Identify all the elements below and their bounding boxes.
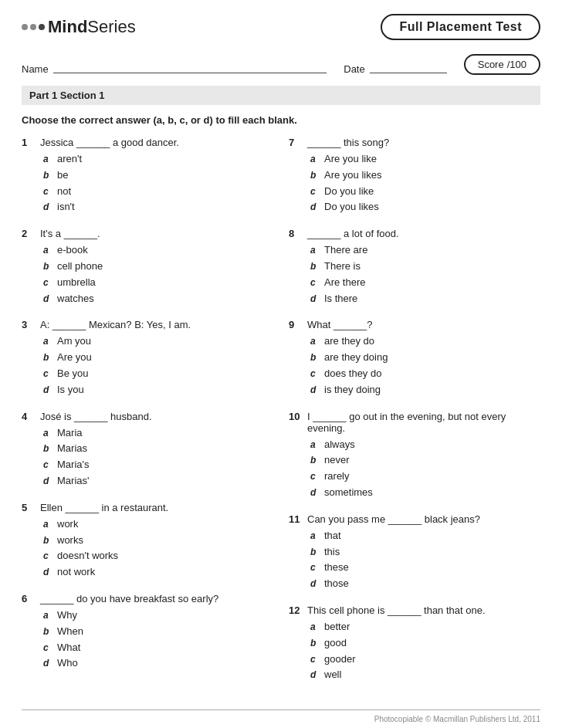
score-box: Score /100: [464, 54, 540, 75]
question-text-3: A: ______ Mexican? B: Yes, I am.: [40, 319, 191, 330]
option-7-a: aAre you like: [310, 151, 540, 168]
option-text: e-book: [57, 242, 88, 259]
option-11-c: cthese: [310, 560, 540, 576]
question-stem-1: 1Jessica ______ a good dancer.: [22, 137, 273, 148]
option-1-c: cnot: [43, 184, 273, 200]
question-text-11: Can you pass me ______ black jeans?: [307, 513, 480, 525]
options-10: aalwaysbnevercrarelydsometimes: [289, 437, 540, 501]
option-2-d: dwatches: [43, 291, 273, 307]
question-block-8: 8______ a lot of food.aThere arebThere i…: [289, 228, 540, 306]
option-4-a: aMaria: [43, 425, 273, 442]
option-8-b: bThere is: [310, 259, 540, 275]
option-9-d: dis they doing: [310, 382, 540, 398]
question-block-9: 9What ______?aare they dobare they doing…: [289, 319, 540, 398]
option-text: good: [324, 635, 347, 652]
logo-series-text: Series: [87, 17, 135, 37]
option-text: well: [324, 667, 341, 683]
question-stem-2: 2It's a ______.: [22, 228, 273, 239]
option-10-b: bnever: [310, 452, 540, 469]
options-3: aAm youbAre youcBe youdIs you: [22, 334, 273, 398]
question-number-6: 6: [22, 593, 34, 604]
options-1: aaren'tbbecnotdisn't: [22, 151, 273, 215]
option-text: Marias': [57, 473, 90, 489]
option-letter: c: [43, 185, 52, 199]
option-text: are they do: [324, 334, 374, 350]
option-5-a: awork: [43, 516, 273, 533]
question-number-3: 3: [22, 319, 34, 330]
option-text: doesn't works: [57, 548, 118, 564]
option-7-d: dDo you likes: [310, 199, 540, 215]
option-6-a: aWhy: [43, 608, 273, 624]
option-letter: b: [310, 350, 320, 365]
option-letter: a: [43, 334, 52, 349]
option-letter: b: [43, 625, 52, 639]
logo-dots: [22, 24, 45, 30]
option-text: umbrella: [57, 275, 96, 291]
option-letter: b: [43, 442, 52, 456]
question-number-4: 4: [22, 411, 34, 422]
option-text: works: [57, 533, 83, 549]
option-7-b: bAre you likes: [310, 168, 540, 184]
question-number-12: 12: [289, 604, 301, 616]
option-text: Do you like: [324, 184, 374, 200]
option-letter: a: [43, 426, 52, 441]
logo-dot-3: [39, 24, 45, 30]
section-label: Part 1 Section 1: [29, 90, 105, 101]
question-stem-8: 8______ a lot of food.: [289, 228, 540, 239]
option-letter: d: [310, 292, 320, 306]
options-6: aWhybWhencWhatdWho: [22, 608, 273, 672]
option-text: watches: [57, 291, 94, 307]
question-number-9: 9: [289, 319, 301, 330]
option-5-b: bworks: [43, 533, 273, 549]
option-10-d: dsometimes: [310, 485, 540, 501]
option-letter: a: [43, 608, 52, 623]
option-6-d: dWho: [43, 655, 273, 672]
option-text: Is you: [57, 382, 84, 398]
question-text-1: Jessica ______ a good dancer.: [40, 137, 179, 148]
option-8-a: aThere are: [310, 242, 540, 259]
option-text: Do you likes: [324, 199, 379, 215]
option-letter: c: [43, 367, 52, 381]
option-3-c: cBe you: [43, 366, 273, 382]
options-12: abetterbgoodcgooderdwell: [289, 619, 540, 683]
option-4-c: cMaria's: [43, 457, 273, 473]
option-text: Maria's: [57, 457, 90, 473]
question-text-7: ______ this song?: [307, 137, 389, 148]
questions-grid: 1Jessica ______ a good dancer.aaren'tbbe…: [22, 137, 540, 696]
right-column: 7______ this song?aAre you likebAre you …: [289, 137, 540, 696]
question-text-10: I ______ go out in the evening, but not …: [307, 411, 540, 434]
option-text: Marias: [57, 441, 87, 457]
question-block-12: 12This cell phone is ______ than that on…: [289, 604, 540, 683]
options-7: aAre you likebAre you likescDo you liked…: [289, 151, 540, 215]
option-text: Are you likes: [324, 168, 381, 184]
question-stem-3: 3A: ______ Mexican? B: Yes, I am.: [22, 319, 273, 330]
question-number-2: 2: [22, 228, 34, 239]
option-7-c: cDo you like: [310, 184, 540, 200]
option-letter: a: [310, 152, 320, 167]
option-9-b: bare they doing: [310, 350, 540, 366]
option-letter: c: [310, 185, 320, 199]
options-11: athatbthiscthesedthose: [289, 528, 540, 592]
question-text-4: José is ______ husband.: [40, 411, 152, 422]
option-2-b: bcell phone: [43, 259, 273, 275]
page-title: Full Placement Test: [381, 14, 540, 40]
options-8: aThere arebThere iscAre theredIs there: [289, 242, 540, 306]
option-11-a: athat: [310, 528, 540, 544]
option-text: isn't: [57, 199, 75, 215]
option-letter: a: [310, 243, 320, 258]
option-letter: a: [310, 438, 320, 452]
option-text: never: [324, 452, 350, 469]
option-12-a: abetter: [310, 619, 540, 635]
option-text: Be you: [57, 366, 88, 382]
option-letter: b: [43, 533, 52, 548]
option-letter: c: [310, 469, 320, 484]
option-letter: b: [310, 545, 320, 560]
option-1-b: bbe: [43, 168, 273, 184]
option-text: rarely: [324, 469, 350, 485]
question-stem-6: 6______ do you have breakfast so early?: [22, 593, 273, 604]
option-4-b: bMarias: [43, 441, 273, 457]
question-block-7: 7______ this song?aAre you likebAre you …: [289, 137, 540, 215]
question-text-9: What ______?: [307, 319, 373, 330]
option-letter: c: [43, 549, 52, 564]
question-block-2: 2It's a ______.ae-bookbcell phonecumbrel…: [22, 228, 273, 306]
